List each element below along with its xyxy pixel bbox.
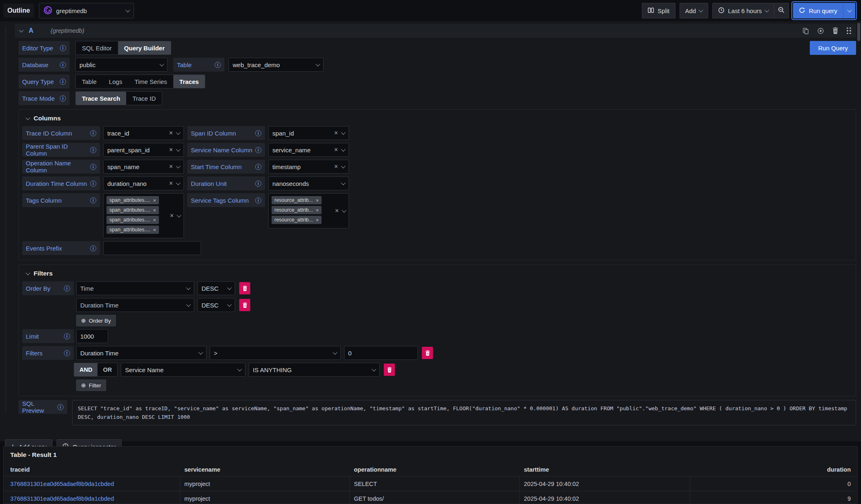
info-icon[interactable]: i	[64, 285, 70, 292]
filter-operator-select[interactable]: >	[210, 346, 341, 360]
option-trace-id[interactable]: Trace ID	[126, 92, 162, 105]
trace-id-column-select[interactable]: trace_id×	[103, 126, 184, 140]
clear-icon[interactable]: ×	[334, 163, 338, 170]
duplicate-query-icon[interactable]	[802, 27, 809, 34]
tag-chip[interactable]: span_attributes....×	[106, 216, 159, 224]
filter-operator-select[interactable]: IS ANYTHING	[249, 363, 380, 377]
remove-chip-icon[interactable]: ×	[153, 217, 156, 223]
run-query-button[interactable]: Run query	[793, 3, 843, 18]
option-and[interactable]: AND	[74, 363, 97, 376]
option-trace-search[interactable]: Trace Search	[76, 92, 126, 105]
info-icon[interactable]: i	[60, 79, 66, 85]
time-range-picker[interactable]: Last 6 hours	[712, 3, 774, 18]
remove-chip-icon[interactable]: ×	[153, 198, 156, 203]
collapse-chevron-icon[interactable]	[19, 28, 23, 32]
info-icon[interactable]: i	[255, 164, 261, 170]
span-id-column-select[interactable]: span_id×	[268, 126, 349, 140]
order-by-field-select[interactable]: Time	[76, 281, 194, 295]
clear-icon[interactable]: ×	[169, 180, 173, 187]
order-by-direction-select[interactable]: DESC	[197, 298, 235, 312]
remove-query-icon[interactable]	[832, 27, 838, 34]
clear-icon[interactable]: ×	[334, 147, 338, 153]
info-icon[interactable]: i	[60, 95, 66, 102]
info-icon[interactable]: i	[90, 197, 96, 203]
info-icon[interactable]: i	[255, 147, 261, 153]
clear-icon[interactable]: ×	[169, 147, 173, 153]
info-icon[interactable]: i	[90, 181, 96, 187]
service-tag-chip[interactable]: resource_attrib...×	[272, 216, 322, 224]
trace-id-link[interactable]: 3768831301ea0d65adaef8b9da1cbded	[10, 495, 114, 502]
service-name-column-select[interactable]: service_name×	[268, 143, 349, 157]
column-header-operationname[interactable]: operationname	[350, 466, 520, 473]
option-time-series[interactable]: Time Series	[128, 75, 173, 88]
info-icon[interactable]: i	[90, 130, 96, 136]
remove-chip-icon[interactable]: ×	[153, 227, 156, 233]
info-icon[interactable]: i	[90, 147, 96, 153]
panel-run-query-button[interactable]: Run Query	[810, 41, 856, 55]
option-traces[interactable]: Traces	[173, 75, 205, 88]
remove-order-by-button[interactable]	[239, 299, 250, 311]
duration-unit-select[interactable]: nanoseconds	[268, 176, 349, 190]
disable-query-icon[interactable]	[817, 27, 824, 34]
duration-time-column-select[interactable]: duration_nano×	[103, 176, 184, 190]
database-select[interactable]: public	[75, 58, 168, 72]
info-icon[interactable]: i	[255, 181, 261, 187]
remove-filter-button[interactable]	[422, 347, 433, 359]
zoom-out-time-button[interactable]	[774, 3, 789, 18]
service-tag-chip[interactable]: resource_attrib...×	[272, 206, 322, 214]
column-header-servicename[interactable]: servicename	[180, 466, 350, 473]
clear-icon[interactable]: ×	[169, 163, 173, 170]
info-icon[interactable]: i	[215, 62, 221, 68]
events-prefix-input[interactable]	[103, 241, 201, 255]
column-header-traceid[interactable]: traceid	[4, 466, 180, 473]
info-icon[interactable]: i	[90, 164, 96, 170]
service-tag-chip[interactable]: resource_attrib...×	[272, 196, 322, 204]
filter-field-select[interactable]: Service Name	[121, 363, 245, 377]
option-logs[interactable]: Logs	[103, 75, 129, 88]
option-query-builder[interactable]: Query Builder	[118, 41, 171, 54]
tag-chip[interactable]: span_attributes....×	[106, 206, 159, 214]
info-icon[interactable]: i	[60, 62, 66, 68]
info-icon[interactable]: i	[60, 45, 66, 51]
split-button[interactable]: Split	[642, 3, 675, 18]
tags-column-multiselect[interactable]: span_attributes....× span_attributes....…	[103, 193, 184, 238]
limit-input[interactable]: 1000	[76, 329, 108, 343]
column-header-starttime[interactable]: starttime	[520, 466, 690, 473]
operation-name-column-select[interactable]: span_name×	[103, 160, 184, 174]
run-query-options-caret[interactable]	[843, 3, 855, 18]
info-icon[interactable]: i	[64, 333, 70, 339]
remove-chip-icon[interactable]: ×	[153, 208, 156, 213]
remove-chip-icon[interactable]: ×	[316, 217, 319, 223]
info-icon[interactable]: i	[255, 197, 261, 203]
filters-section-header[interactable]: Filters	[22, 268, 850, 281]
clear-icon[interactable]: ×	[169, 130, 173, 136]
parent-span-id-column-select[interactable]: parent_span_id×	[103, 143, 184, 157]
trace-id-link[interactable]: 3768831301ea0d65adaef8b9da1cbded	[10, 481, 114, 487]
table-select[interactable]: web_trace_demo	[229, 58, 324, 72]
drag-handle-icon[interactable]	[847, 27, 851, 34]
remove-filter-button[interactable]	[384, 364, 395, 376]
column-header-duration[interactable]: duration	[690, 466, 857, 473]
option-sql-editor[interactable]: SQL Editor	[76, 41, 118, 54]
tag-chip[interactable]: span_attributes....×	[106, 196, 159, 204]
add-filter-button[interactable]: ⊕Filter	[76, 380, 106, 391]
remove-order-by-button[interactable]	[239, 282, 250, 294]
query-row-header[interactable]: A (greptimedb)	[15, 24, 856, 38]
datasource-picker[interactable]: greptimedb	[39, 3, 134, 18]
clear-all-icon[interactable]: ×	[170, 212, 174, 219]
columns-section-header[interactable]: Columns	[22, 113, 850, 126]
order-by-field-select[interactable]: Duration Time	[76, 298, 194, 312]
info-icon[interactable]: i	[255, 130, 261, 136]
add-dropdown-button[interactable]: Add	[680, 3, 709, 18]
add-order-by-button[interactable]: ⊕Order By	[76, 315, 116, 326]
clear-all-icon[interactable]: ×	[335, 208, 339, 214]
info-icon[interactable]: i	[57, 404, 63, 410]
filter-field-select[interactable]: Duration Time	[76, 346, 206, 360]
remove-chip-icon[interactable]: ×	[316, 198, 319, 203]
option-or[interactable]: OR	[97, 363, 117, 376]
tag-chip[interactable]: span_attributes....×	[106, 226, 159, 234]
order-by-direction-select[interactable]: DESC	[197, 281, 235, 295]
outline-button[interactable]: Outline	[3, 4, 34, 18]
info-icon[interactable]: i	[90, 245, 96, 251]
remove-chip-icon[interactable]: ×	[316, 208, 319, 213]
